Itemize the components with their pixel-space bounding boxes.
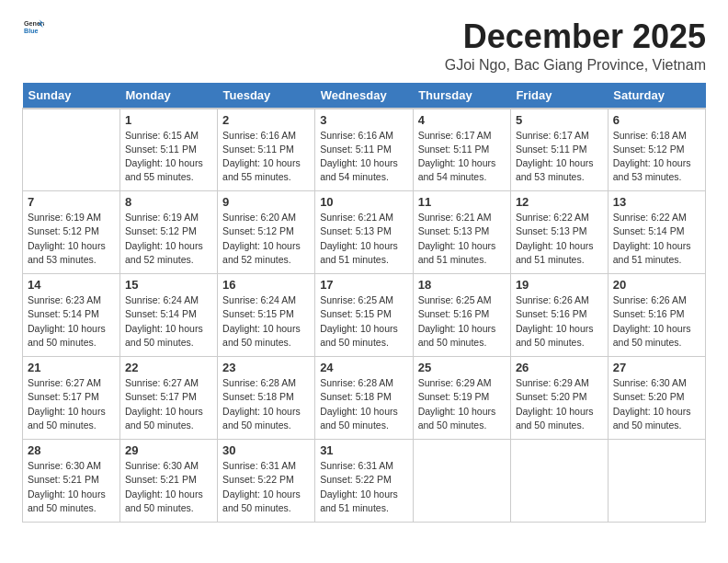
calendar-cell: 12Sunrise: 6:22 AM Sunset: 5:13 PM Dayli…	[510, 191, 608, 274]
calendar-cell: 9Sunrise: 6:20 AM Sunset: 5:12 PM Daylig…	[218, 191, 315, 274]
weekday-header-thursday: Thursday	[413, 83, 510, 109]
weekday-header-row: SundayMondayTuesdayWednesdayThursdayFrid…	[23, 83, 706, 109]
calendar-cell: 29Sunrise: 6:30 AM Sunset: 5:21 PM Dayli…	[120, 440, 218, 523]
day-number: 13	[613, 195, 700, 209]
day-number: 17	[320, 278, 408, 292]
week-row-2: 14Sunrise: 6:23 AM Sunset: 5:14 PM Dayli…	[23, 274, 706, 357]
week-row-3: 21Sunrise: 6:27 AM Sunset: 5:17 PM Dayli…	[23, 357, 706, 440]
day-number: 29	[125, 443, 212, 457]
calendar-cell: 1Sunrise: 6:15 AM Sunset: 5:11 PM Daylig…	[120, 109, 218, 191]
calendar-cell: 27Sunrise: 6:30 AM Sunset: 5:20 PM Dayli…	[608, 357, 705, 440]
weekday-header-tuesday: Tuesday	[218, 83, 315, 109]
calendar-cell: 17Sunrise: 6:25 AM Sunset: 5:15 PM Dayli…	[315, 274, 414, 357]
calendar-header: SundayMondayTuesdayWednesdayThursdayFrid…	[23, 83, 706, 109]
calendar-cell: 2Sunrise: 6:16 AM Sunset: 5:11 PM Daylig…	[218, 109, 315, 191]
day-info: Sunrise: 6:19 AM Sunset: 5:12 PM Dayligh…	[125, 211, 212, 267]
day-info: Sunrise: 6:17 AM Sunset: 5:11 PM Dayligh…	[418, 129, 506, 185]
calendar-cell: 16Sunrise: 6:24 AM Sunset: 5:15 PM Dayli…	[218, 274, 315, 357]
day-number: 15	[125, 278, 212, 292]
day-info: Sunrise: 6:19 AM Sunset: 5:12 PM Dayligh…	[28, 211, 115, 267]
day-info: Sunrise: 6:27 AM Sunset: 5:17 PM Dayligh…	[125, 376, 212, 432]
day-number: 6	[613, 113, 700, 127]
day-info: Sunrise: 6:21 AM Sunset: 5:13 PM Dayligh…	[418, 211, 506, 267]
calendar-cell	[510, 440, 608, 523]
logo-area: General Blue	[22, 18, 44, 35]
calendar-cell: 28Sunrise: 6:30 AM Sunset: 5:21 PM Dayli…	[23, 440, 120, 523]
day-number: 31	[320, 443, 408, 457]
week-row-0: 1Sunrise: 6:15 AM Sunset: 5:11 PM Daylig…	[23, 109, 706, 191]
calendar-cell	[608, 440, 705, 523]
day-info: Sunrise: 6:20 AM Sunset: 5:12 PM Dayligh…	[222, 211, 310, 267]
calendar-cell: 5Sunrise: 6:17 AM Sunset: 5:11 PM Daylig…	[510, 109, 608, 191]
calendar-cell: 18Sunrise: 6:25 AM Sunset: 5:16 PM Dayli…	[413, 274, 510, 357]
week-row-4: 28Sunrise: 6:30 AM Sunset: 5:21 PM Dayli…	[23, 440, 706, 523]
day-info: Sunrise: 6:30 AM Sunset: 5:21 PM Dayligh…	[28, 459, 115, 515]
calendar-cell: 13Sunrise: 6:22 AM Sunset: 5:14 PM Dayli…	[608, 191, 705, 274]
weekday-header-monday: Monday	[120, 83, 218, 109]
day-number: 23	[222, 361, 310, 374]
day-info: Sunrise: 6:26 AM Sunset: 5:16 PM Dayligh…	[516, 293, 603, 350]
day-info: Sunrise: 6:18 AM Sunset: 5:12 PM Dayligh…	[613, 129, 700, 185]
day-number: 2	[222, 113, 310, 127]
calendar-cell	[23, 109, 120, 191]
weekday-header-saturday: Saturday	[608, 83, 705, 109]
day-info: Sunrise: 6:15 AM Sunset: 5:11 PM Dayligh…	[125, 129, 212, 185]
day-number: 11	[418, 195, 506, 209]
day-number: 8	[125, 195, 212, 209]
calendar-table: SundayMondayTuesdayWednesdayThursdayFrid…	[22, 83, 706, 523]
day-number: 10	[320, 195, 408, 209]
day-info: Sunrise: 6:21 AM Sunset: 5:13 PM Dayligh…	[320, 211, 408, 267]
calendar-cell: 19Sunrise: 6:26 AM Sunset: 5:16 PM Dayli…	[510, 274, 608, 357]
day-info: Sunrise: 6:30 AM Sunset: 5:20 PM Dayligh…	[613, 376, 700, 432]
day-number: 19	[516, 278, 603, 292]
calendar-cell: 24Sunrise: 6:28 AM Sunset: 5:18 PM Dayli…	[315, 357, 414, 440]
calendar-cell: 7Sunrise: 6:19 AM Sunset: 5:12 PM Daylig…	[23, 191, 120, 274]
day-number: 21	[28, 361, 115, 374]
day-info: Sunrise: 6:24 AM Sunset: 5:15 PM Dayligh…	[222, 293, 310, 350]
day-number: 30	[222, 443, 310, 457]
day-info: Sunrise: 6:31 AM Sunset: 5:22 PM Dayligh…	[320, 459, 408, 515]
svg-text:Blue: Blue	[24, 28, 39, 35]
day-info: Sunrise: 6:31 AM Sunset: 5:22 PM Dayligh…	[222, 459, 310, 515]
day-number: 24	[320, 361, 408, 374]
day-number: 18	[418, 278, 506, 292]
day-info: Sunrise: 6:22 AM Sunset: 5:13 PM Dayligh…	[516, 211, 603, 267]
day-info: Sunrise: 6:28 AM Sunset: 5:18 PM Dayligh…	[222, 376, 310, 432]
day-info: Sunrise: 6:16 AM Sunset: 5:11 PM Dayligh…	[320, 129, 408, 185]
calendar-cell: 31Sunrise: 6:31 AM Sunset: 5:22 PM Dayli…	[315, 440, 414, 523]
calendar-cell: 14Sunrise: 6:23 AM Sunset: 5:14 PM Dayli…	[23, 274, 120, 357]
day-info: Sunrise: 6:23 AM Sunset: 5:14 PM Dayligh…	[28, 293, 115, 350]
day-number: 26	[516, 361, 603, 374]
day-info: Sunrise: 6:24 AM Sunset: 5:14 PM Dayligh…	[125, 293, 212, 350]
day-number: 16	[222, 278, 310, 292]
day-info: Sunrise: 6:29 AM Sunset: 5:20 PM Dayligh…	[516, 376, 603, 432]
general-blue-icon: General Blue	[24, 18, 44, 35]
location: GJoi Ngo, Bac Giang Province, Vietnam	[445, 57, 706, 74]
day-number: 27	[613, 361, 700, 374]
calendar-cell: 8Sunrise: 6:19 AM Sunset: 5:12 PM Daylig…	[120, 191, 218, 274]
day-info: Sunrise: 6:28 AM Sunset: 5:18 PM Dayligh…	[320, 376, 408, 432]
day-number: 1	[125, 113, 212, 127]
day-number: 9	[222, 195, 310, 209]
calendar-body: 1Sunrise: 6:15 AM Sunset: 5:11 PM Daylig…	[23, 109, 706, 523]
top-section: General Blue December 2025 GJoi Ngo, Bac…	[22, 18, 706, 74]
header-right: December 2025 GJoi Ngo, Bac Giang Provin…	[445, 18, 706, 74]
day-number: 20	[613, 278, 700, 292]
logo: General Blue	[22, 18, 44, 35]
day-number: 12	[516, 195, 603, 209]
day-info: Sunrise: 6:30 AM Sunset: 5:21 PM Dayligh…	[125, 459, 212, 515]
calendar-cell: 25Sunrise: 6:29 AM Sunset: 5:19 PM Dayli…	[413, 357, 510, 440]
calendar-cell: 20Sunrise: 6:26 AM Sunset: 5:16 PM Dayli…	[608, 274, 705, 357]
calendar-cell: 23Sunrise: 6:28 AM Sunset: 5:18 PM Dayli…	[218, 357, 315, 440]
day-number: 25	[418, 361, 506, 374]
day-info: Sunrise: 6:27 AM Sunset: 5:17 PM Dayligh…	[28, 376, 115, 432]
day-info: Sunrise: 6:25 AM Sunset: 5:16 PM Dayligh…	[418, 293, 506, 350]
calendar-cell: 3Sunrise: 6:16 AM Sunset: 5:11 PM Daylig…	[315, 109, 414, 191]
calendar-cell: 21Sunrise: 6:27 AM Sunset: 5:17 PM Dayli…	[23, 357, 120, 440]
calendar-cell	[413, 440, 510, 523]
calendar-cell: 6Sunrise: 6:18 AM Sunset: 5:12 PM Daylig…	[608, 109, 705, 191]
calendar-cell: 11Sunrise: 6:21 AM Sunset: 5:13 PM Dayli…	[413, 191, 510, 274]
calendar-cell: 4Sunrise: 6:17 AM Sunset: 5:11 PM Daylig…	[413, 109, 510, 191]
day-number: 4	[418, 113, 506, 127]
calendar-cell: 10Sunrise: 6:21 AM Sunset: 5:13 PM Dayli…	[315, 191, 414, 274]
